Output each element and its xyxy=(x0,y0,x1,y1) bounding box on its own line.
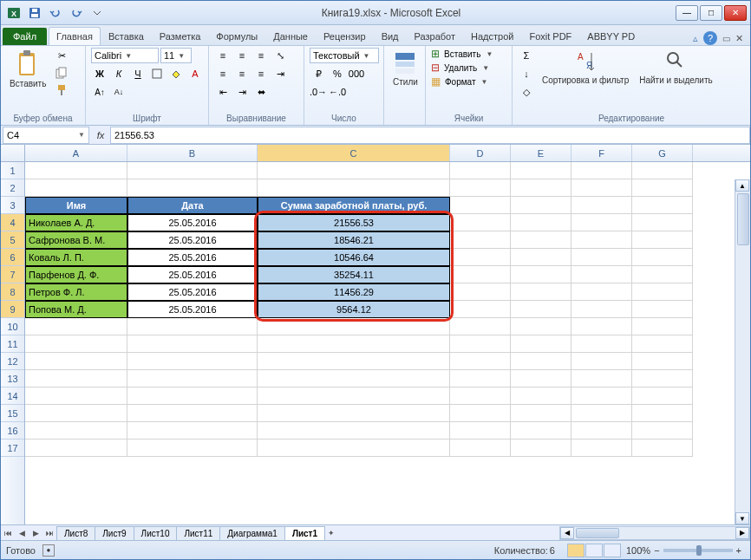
cell-D15[interactable] xyxy=(450,405,511,422)
cell-F12[interactable] xyxy=(571,353,632,370)
cell-B6[interactable]: 25.05.2016 xyxy=(127,249,258,266)
cell-B3[interactable]: Дата xyxy=(127,197,258,214)
sheet-tab-Лист11[interactable]: Лист11 xyxy=(176,526,220,540)
wrap-text-icon[interactable]: ⇥ xyxy=(271,66,289,81)
comma-icon[interactable]: 000 xyxy=(348,66,365,81)
cell-G6[interactable] xyxy=(632,249,693,266)
sheet-tab-Лист9[interactable]: Лист9 xyxy=(95,526,134,540)
ribbon-tab-главная[interactable]: Главная xyxy=(49,27,101,45)
cell-G8[interactable] xyxy=(632,283,693,301)
formula-input[interactable]: 21556.53 xyxy=(110,127,750,144)
cell-E17[interactable] xyxy=(511,440,571,457)
paste-button[interactable]: Вставить xyxy=(6,48,49,90)
tab-nav-first-icon[interactable]: ⏮ xyxy=(1,526,15,540)
cell-F7[interactable] xyxy=(571,266,632,283)
cell-E16[interactable] xyxy=(511,422,571,440)
cell-F10[interactable] xyxy=(571,318,632,335)
cell-C17[interactable] xyxy=(258,440,450,457)
underline-button[interactable]: Ч xyxy=(129,66,147,81)
cell-A3[interactable]: Имя xyxy=(25,197,127,214)
scroll-up-icon[interactable]: ▲ xyxy=(735,179,749,192)
cell-F6[interactable] xyxy=(571,249,632,266)
cut-icon[interactable]: ✂ xyxy=(53,48,70,63)
cell-F11[interactable] xyxy=(571,335,632,353)
cell-D3[interactable] xyxy=(450,197,511,214)
cell-B17[interactable] xyxy=(127,440,258,457)
align-top-icon[interactable]: ≡ xyxy=(214,48,232,63)
cell-A11[interactable] xyxy=(25,335,127,353)
macro-record-icon[interactable]: ● xyxy=(42,544,55,557)
cell-A1[interactable] xyxy=(25,162,127,179)
row-header-13[interactable]: 13 xyxy=(1,370,24,387)
align-right-icon[interactable]: ≡ xyxy=(252,66,270,81)
row-header-8[interactable]: 8 xyxy=(1,283,24,301)
zoom-out-button[interactable]: − xyxy=(654,545,659,556)
border-button[interactable] xyxy=(148,66,166,81)
delete-cells-button[interactable]: ⊟Удалить▼ xyxy=(431,62,489,74)
cell-D14[interactable] xyxy=(450,387,511,405)
cell-B4[interactable]: 25.05.2016 xyxy=(127,214,258,231)
fill-color-button[interactable] xyxy=(167,66,185,81)
cell-E10[interactable] xyxy=(511,318,571,335)
cell-G13[interactable] xyxy=(632,370,693,387)
align-middle-icon[interactable]: ≡ xyxy=(233,48,251,63)
cell-C16[interactable] xyxy=(258,422,450,440)
cell-E14[interactable] xyxy=(511,387,571,405)
cell-F2[interactable] xyxy=(571,179,632,197)
row-header-15[interactable]: 15 xyxy=(1,405,24,422)
scroll-down-icon[interactable]: ▼ xyxy=(735,512,749,524)
cell-D17[interactable] xyxy=(450,440,511,457)
cell-F17[interactable] xyxy=(571,440,632,457)
file-tab[interactable]: Файл xyxy=(3,28,47,45)
cell-G3[interactable] xyxy=(632,197,693,214)
view-page-break-button[interactable] xyxy=(604,544,621,557)
cell-B8[interactable]: 25.05.2016 xyxy=(127,283,258,301)
increase-indent-icon[interactable]: ⇥ xyxy=(233,84,251,100)
row-header-17[interactable]: 17 xyxy=(1,440,24,457)
cell-F3[interactable] xyxy=(571,197,632,214)
cell-G7[interactable] xyxy=(632,266,693,283)
select-all-corner[interactable] xyxy=(1,145,25,161)
zoom-slider[interactable] xyxy=(663,549,733,552)
cell-B1[interactable] xyxy=(127,162,258,179)
currency-icon[interactable]: ₽ xyxy=(310,66,327,81)
cell-G12[interactable] xyxy=(632,353,693,370)
align-center-icon[interactable]: ≡ xyxy=(233,66,251,81)
decrease-indent-icon[interactable]: ⇤ xyxy=(214,84,232,100)
cell-A5[interactable]: Сафронова В. М. xyxy=(25,231,127,249)
align-bottom-icon[interactable]: ≡ xyxy=(252,48,270,63)
row-header-11[interactable]: 11 xyxy=(1,335,24,353)
sheet-tab-Лист1[interactable]: Лист1 xyxy=(284,526,325,540)
cell-F16[interactable] xyxy=(571,422,632,440)
cell-E1[interactable] xyxy=(511,162,571,179)
copy-icon[interactable] xyxy=(53,65,70,81)
cell-C15[interactable] xyxy=(258,405,450,422)
cell-E9[interactable] xyxy=(511,301,571,318)
qat-customize-icon[interactable] xyxy=(88,3,107,23)
tab-nav-last-icon[interactable]: ⏭ xyxy=(42,526,56,540)
cell-D1[interactable] xyxy=(450,162,511,179)
cell-G4[interactable] xyxy=(632,214,693,231)
row-header-14[interactable]: 14 xyxy=(1,387,24,405)
cell-A17[interactable] xyxy=(25,440,127,457)
cell-A16[interactable] xyxy=(25,422,127,440)
cell-F13[interactable] xyxy=(571,370,632,387)
styles-button[interactable]: Стили xyxy=(389,48,421,88)
cell-D5[interactable] xyxy=(450,231,511,249)
autosum-icon[interactable]: Σ xyxy=(518,48,535,63)
column-header-B[interactable]: B xyxy=(127,145,258,161)
cell-E7[interactable] xyxy=(511,266,571,283)
cell-C11[interactable] xyxy=(258,335,450,353)
cell-D8[interactable] xyxy=(450,283,511,301)
column-header-D[interactable]: D xyxy=(450,145,511,161)
cell-C10[interactable] xyxy=(258,318,450,335)
row-header-16[interactable]: 16 xyxy=(1,422,24,440)
cell-G1[interactable] xyxy=(632,162,693,179)
cell-B9[interactable]: 25.05.2016 xyxy=(127,301,258,318)
view-normal-button[interactable] xyxy=(567,544,584,557)
cell-E13[interactable] xyxy=(511,370,571,387)
cell-E5[interactable] xyxy=(511,231,571,249)
cell-D16[interactable] xyxy=(450,422,511,440)
cell-D13[interactable] xyxy=(450,370,511,387)
decrease-font-icon[interactable]: A↓ xyxy=(110,84,127,100)
